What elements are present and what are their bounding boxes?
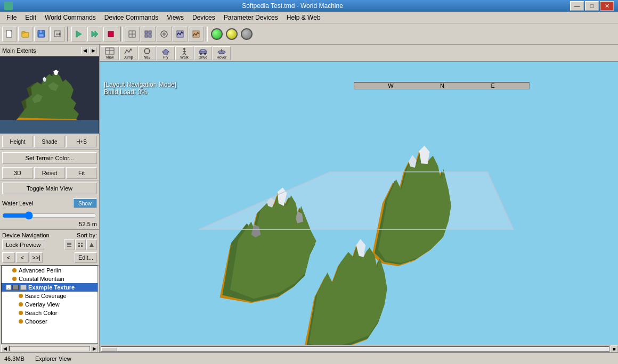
tree-item-label: Basic Coverage (25, 293, 67, 299)
h-scrollbar-track[interactable] (9, 346, 90, 351)
reset-view-btn[interactable]: Reset (34, 167, 65, 179)
window-title: Softpedia Test.tmd - World Machine (242, 2, 343, 10)
svg-rect-33 (0, 120, 99, 134)
menu-parameter-devices[interactable]: Parameter Devices (219, 12, 282, 23)
terrain-viewport[interactable]: [Layout Navigation Mode] Build Load: 0% … (100, 62, 618, 345)
tree-item-label: Advanced Perlin (19, 267, 61, 274)
preview-canvas[interactable] (0, 56, 99, 134)
device-view-btn[interactable] (157, 27, 172, 42)
maximize-button[interactable]: □ (585, 1, 599, 11)
view-mode-buttons: Height Shade H+S (0, 134, 99, 150)
hover-label: Hover (217, 55, 227, 59)
main-hscroll-track[interactable] (101, 346, 609, 352)
main-scrollbar[interactable]: ■ (100, 345, 618, 352)
preview-next-btn[interactable]: ▶ (90, 47, 97, 54)
view-tool-drive[interactable]: Drive (194, 46, 212, 60)
tree-item-example-texture[interactable]: - Example Texture (2, 283, 97, 292)
view-tool-jump[interactable]: Jump (119, 46, 137, 60)
terrain-3d-svg (100, 62, 618, 345)
svg-rect-38 (81, 243, 83, 244)
save-button[interactable] (34, 27, 49, 42)
build-all-button[interactable] (87, 27, 102, 42)
new-button[interactable] (2, 27, 17, 42)
svg-rect-5 (39, 30, 42, 33)
menu-device-commands[interactable]: Device Commands (100, 12, 162, 23)
sort-icon-type[interactable] (86, 239, 97, 250)
tree-item-chooser[interactable]: Chooser (2, 317, 97, 326)
water-section: Water Level Show 52.5 m (0, 196, 99, 230)
set-terrain-color-button[interactable]: Set Terrain Color... (2, 152, 97, 164)
tree-view[interactable]: Advanced Perlin Coastal Mountain - Examp… (1, 266, 98, 344)
minimize-button[interactable]: — (570, 1, 584, 11)
water-header: Water Level Show (2, 198, 97, 208)
fly-label: Fly (163, 55, 168, 59)
menu-help-web[interactable]: Help & Web (282, 12, 325, 23)
build-button[interactable] (71, 27, 86, 42)
view-tool-hover[interactable]: Hover (213, 46, 231, 60)
shade-view-btn[interactable]: Shade (34, 136, 65, 147)
view-toolbar: View Jump Nav Fly Walk Drive (100, 45, 618, 62)
terrain-preview-svg (0, 56, 99, 134)
tree-hscrollbar[interactable]: ◀ ▶ (0, 345, 99, 352)
tree-item-advanced-perlin[interactable]: Advanced Perlin (2, 266, 97, 275)
layout-btn[interactable] (125, 27, 140, 42)
nav-first-btn[interactable]: < (2, 252, 15, 263)
svg-marker-64 (199, 172, 514, 229)
tree-item-coastal-mountain[interactable]: Coastal Mountain (2, 275, 97, 283)
3d-view-btn[interactable]: 3D (2, 167, 33, 179)
export-button[interactable] (50, 27, 65, 42)
menu-devices[interactable]: Devices (188, 12, 219, 23)
svg-rect-18 (149, 31, 151, 34)
menu-views[interactable]: Views (162, 12, 188, 23)
close-button[interactable]: ✕ (600, 1, 614, 11)
view3d-row: 3D Reset Fit (0, 166, 99, 180)
svg-rect-58 (201, 49, 205, 52)
sep1 (67, 27, 69, 42)
tree-item-label: Example Texture (28, 284, 75, 291)
view-tool-walk[interactable]: Walk (175, 46, 193, 60)
view-tool-nav[interactable]: Nav (138, 46, 156, 60)
view-tool-fly[interactable]: Fly (157, 46, 175, 60)
sort-by-label: Sort by: (77, 232, 97, 238)
toggle-main-view-button[interactable]: Toggle Main View (2, 183, 97, 194)
sort-icon-list[interactable] (64, 239, 75, 250)
height-view-btn[interactable]: Height (2, 136, 33, 147)
stop-button[interactable] (103, 27, 118, 42)
tree-item-label: Chooser (25, 318, 47, 325)
tree-item-beach-color[interactable]: Beach Color (2, 309, 97, 317)
menu-edit[interactable]: Edit (21, 12, 40, 23)
menu-world-commands[interactable]: World Commands (40, 12, 100, 23)
view-tool-view[interactable]: View (101, 46, 119, 60)
open-button[interactable] (18, 27, 33, 42)
grid-btn[interactable] (141, 27, 156, 42)
app-icon (4, 2, 13, 10)
lock-preview-button[interactable]: Lock Preview (2, 239, 44, 250)
fit-view-btn[interactable]: Fit (66, 167, 97, 179)
sep3 (206, 27, 208, 42)
svg-marker-12 (95, 31, 98, 37)
status-gray (241, 28, 253, 40)
status-yellow (226, 28, 238, 40)
water-show-button[interactable]: Show (73, 198, 97, 208)
edit-button[interactable]: Edit... (75, 252, 97, 263)
tree-item-basic-coverage[interactable]: Basic Coverage (2, 292, 97, 300)
heightmap-btn[interactable] (173, 27, 188, 42)
svg-line-56 (184, 53, 186, 55)
water-level-slider[interactable] (2, 211, 97, 220)
device-navigation: Device Navigation Lock Preview Sort by: (0, 230, 99, 266)
texture-btn[interactable] (189, 27, 204, 42)
nav-last-btn[interactable]: >>| (30, 252, 43, 263)
tree-item-overlay-view[interactable]: Overlay View (2, 300, 97, 309)
view-label: View (105, 55, 113, 59)
menu-file[interactable]: File (2, 12, 21, 23)
scroll-right-btn[interactable]: ▶ (91, 345, 98, 352)
scroll-corner[interactable]: ■ (611, 345, 618, 353)
scroll-left-btn[interactable]: ◀ (1, 345, 9, 352)
preview-prev-btn[interactable]: ◀ (81, 47, 88, 54)
nav-prev-btn[interactable]: < (16, 252, 29, 263)
sort-icon-grid[interactable] (75, 239, 86, 250)
main-hscroll-thumb[interactable] (101, 347, 117, 351)
tree-item-label: Coastal Mountain (19, 276, 64, 282)
nav-label: Nav (144, 55, 150, 59)
hs-view-btn[interactable]: H+S (66, 136, 97, 147)
